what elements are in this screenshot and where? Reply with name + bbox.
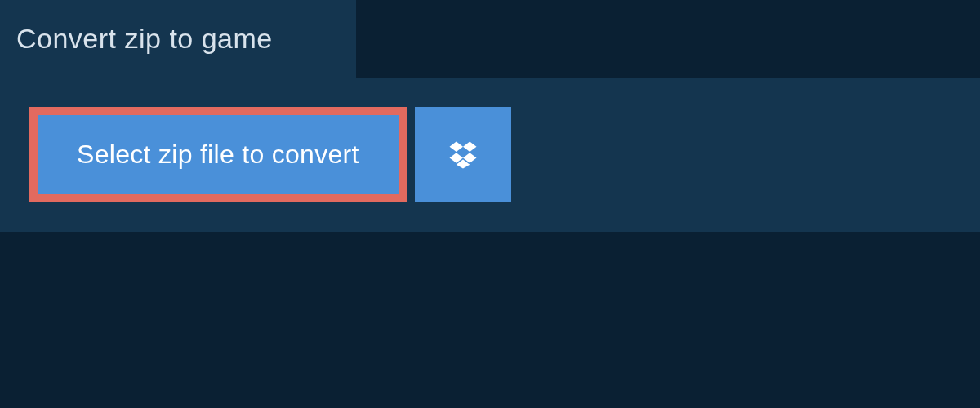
select-file-button[interactable]: Select zip file to convert <box>29 107 407 202</box>
page-title: Convert zip to game <box>16 23 340 55</box>
dropbox-icon <box>445 137 481 173</box>
upload-section: Select zip file to convert <box>0 78 980 232</box>
dropbox-button[interactable] <box>415 107 511 202</box>
select-file-label: Select zip file to convert <box>77 140 359 170</box>
button-row: Select zip file to convert <box>29 107 980 202</box>
page-header: Convert zip to game <box>0 0 356 78</box>
